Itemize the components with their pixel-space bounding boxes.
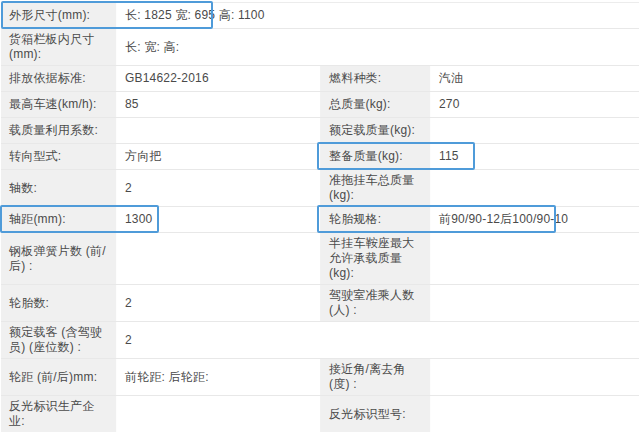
field-label: 转向型式: xyxy=(1,144,117,169)
spec-row-emission-fuel: 排放依据标准: GB14622-2016 燃料种类: 汽油 xyxy=(1,66,639,92)
field-label: 载质量利用系数: xyxy=(1,118,117,143)
field-value: 前轮距: 后轮距: xyxy=(117,359,321,395)
field-label: 反光标识生产企业: xyxy=(1,396,117,432)
field-label: 半挂车鞍座最大允许承载质量(kg): xyxy=(321,233,431,284)
field-value xyxy=(431,233,639,284)
field-value: 前90/90-12后100/90-10 xyxy=(431,207,639,232)
field-label: 轴距(mm): xyxy=(1,207,117,232)
field-label: 额定载客 (含驾驶员) (座位数) : xyxy=(1,322,117,358)
field-label xyxy=(321,322,431,358)
field-value: 长: 1825 宽: 695 高: 1100 xyxy=(117,3,321,28)
field-label: 最高车速(km/h): xyxy=(1,92,117,117)
spec-row-axles: 轴数: 2 准拖挂车总质量(kg): xyxy=(1,170,639,207)
field-value: 2 xyxy=(117,285,321,321)
field-value xyxy=(431,29,639,65)
spec-row-track-angles: 轮距 (前/后)mm: 前轮距: 后轮距: 接近角/离去角 (度) : xyxy=(1,359,639,396)
field-label: 轮胎数: xyxy=(1,285,117,321)
field-value: 方向把 xyxy=(117,144,321,169)
field-label xyxy=(321,3,431,28)
field-value xyxy=(431,396,639,432)
field-value: 270 xyxy=(431,92,639,117)
field-value xyxy=(117,396,321,432)
field-label: 排放依据标准: xyxy=(1,66,117,91)
field-label: 外形尺寸(mm): xyxy=(1,3,117,28)
field-label: 反光标识型号: xyxy=(321,396,431,432)
field-label xyxy=(321,29,431,65)
field-label: 额定载质量(kg): xyxy=(321,118,431,143)
field-label: 货箱栏板内尺寸(mm): xyxy=(1,29,117,65)
field-label: 钢板弹簧片数 (前/后) : xyxy=(1,233,117,284)
field-value: 长: 宽: 高: xyxy=(117,29,321,65)
field-value: 115 xyxy=(431,144,639,169)
field-value: 1300 xyxy=(117,207,321,232)
field-value xyxy=(431,285,639,321)
field-label: 轴数: xyxy=(1,170,117,206)
field-value xyxy=(431,322,639,358)
spec-row-wheelbase-tires: 轴距(mm): 1300 轮胎规格: 前90/90-12后100/90-10 xyxy=(1,207,639,233)
vehicle-spec-table: 外形尺寸(mm): 长: 1825 宽: 695 高: 1100 货箱栏板内尺寸… xyxy=(1,2,639,432)
spec-row-seating: 额定载客 (含驾驶员) (座位数) : 2 xyxy=(1,322,639,359)
vehicle-spec-page: 外形尺寸(mm): 长: 1825 宽: 695 高: 1100 货箱栏板内尺寸… xyxy=(0,0,640,432)
spec-row-reflective-maker: 反光标识生产企业: 反光标识型号: xyxy=(1,396,639,432)
field-value: 汽油 xyxy=(431,66,639,91)
field-value xyxy=(117,233,321,284)
spec-row-tire-count-cab: 轮胎数: 2 驾驶室准乘人数 (人) : xyxy=(1,285,639,322)
field-label: 轮距 (前/后)mm: xyxy=(1,359,117,395)
field-value: 2 xyxy=(117,170,321,206)
field-value xyxy=(431,3,639,28)
field-value: GB14622-2016 xyxy=(117,66,321,91)
spec-row-cargo-box: 货箱栏板内尺寸(mm): 长: 宽: 高: xyxy=(1,29,639,66)
spec-row-speed-mass: 最高车速(km/h): 85 总质量(kg): 270 xyxy=(1,92,639,118)
spec-row-load-factor: 载质量利用系数: 额定载质量(kg): xyxy=(1,118,639,144)
field-value xyxy=(431,359,639,395)
field-label: 准拖挂车总质量(kg): xyxy=(321,170,431,206)
field-label: 整备质量(kg): xyxy=(321,144,431,169)
field-label: 接近角/离去角 (度) : xyxy=(321,359,431,395)
spec-row-springs-saddle: 钢板弹簧片数 (前/后) : 半挂车鞍座最大允许承载质量(kg): xyxy=(1,233,639,285)
spec-row-dimensions: 外形尺寸(mm): 长: 1825 宽: 695 高: 1100 xyxy=(1,3,639,29)
field-value xyxy=(117,118,321,143)
field-value xyxy=(431,170,639,206)
field-label: 总质量(kg): xyxy=(321,92,431,117)
field-value: 2 xyxy=(117,322,321,358)
field-label: 驾驶室准乘人数 (人) : xyxy=(321,285,431,321)
field-value: 85 xyxy=(117,92,321,117)
spec-row-steering-curbweight: 转向型式: 方向把 整备质量(kg): 115 xyxy=(1,144,639,170)
field-label: 轮胎规格: xyxy=(321,207,431,232)
field-label: 燃料种类: xyxy=(321,66,431,91)
field-value xyxy=(431,118,639,143)
